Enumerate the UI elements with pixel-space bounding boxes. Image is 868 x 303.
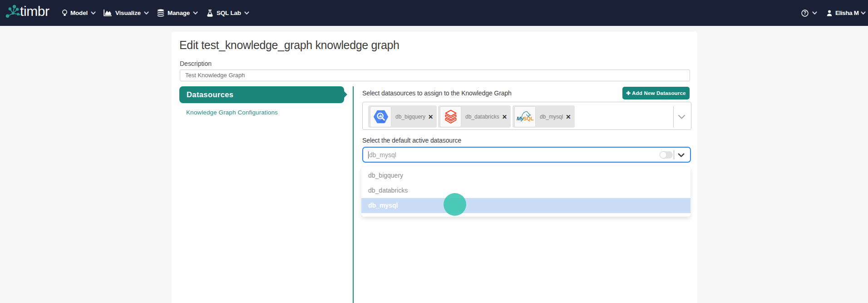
svg-text:SQL: SQL (523, 115, 534, 121)
svg-text:?: ? (804, 10, 806, 15)
